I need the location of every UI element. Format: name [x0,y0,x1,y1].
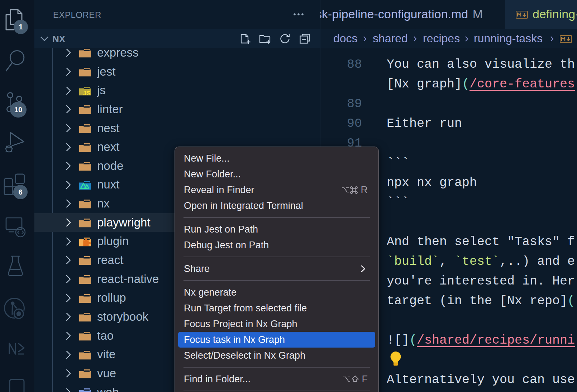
svg-text:JS: JS [83,90,91,96]
